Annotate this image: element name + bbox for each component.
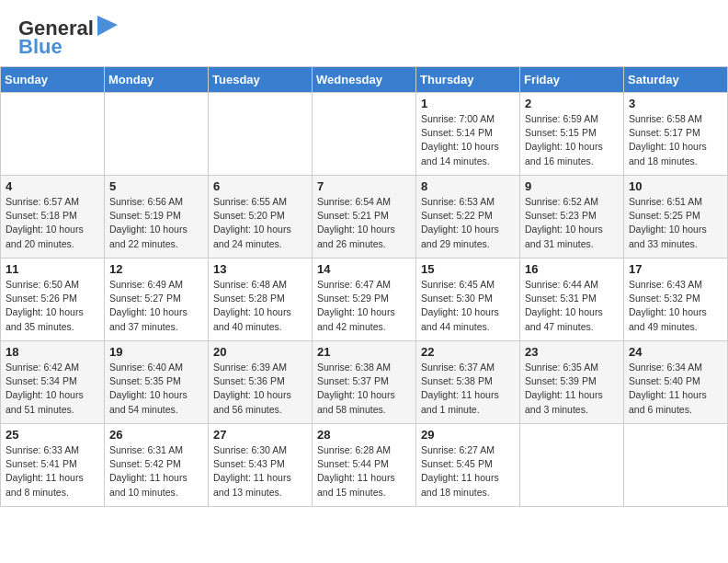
day-number: 29 [421,428,515,442]
calendar-cell: 21Sunrise: 6:38 AM Sunset: 5:37 PM Dayli… [313,341,416,424]
day-number: 4 [6,179,99,193]
day-info: Sunrise: 6:39 AM Sunset: 5:36 PM Dayligh… [213,361,307,417]
calendar-cell: 19Sunrise: 6:40 AM Sunset: 5:35 PM Dayli… [105,341,209,424]
day-number: 7 [317,179,411,193]
day-info: Sunrise: 6:37 AM Sunset: 5:38 PM Dayligh… [421,361,515,417]
day-number: 14 [317,262,411,276]
page-header: General Blue [0,0,728,66]
day-info: Sunrise: 6:42 AM Sunset: 5:34 PM Dayligh… [6,361,99,417]
calendar-cell: 23Sunrise: 6:35 AM Sunset: 5:39 PM Dayli… [520,341,624,424]
calendar-week-row: 11Sunrise: 6:50 AM Sunset: 5:26 PM Dayli… [1,259,728,341]
day-number: 28 [317,428,411,442]
calendar-cell: 13Sunrise: 6:48 AM Sunset: 5:28 PM Dayli… [209,259,313,341]
day-number: 26 [109,428,203,442]
calendar-cell: 15Sunrise: 6:45 AM Sunset: 5:30 PM Dayli… [416,259,520,341]
logo: General Blue [18,17,119,59]
day-info: Sunrise: 6:51 AM Sunset: 5:25 PM Dayligh… [629,195,722,251]
day-number: 1 [421,97,515,110]
calendar-cell: 11Sunrise: 6:50 AM Sunset: 5:26 PM Dayli… [1,259,105,341]
calendar-cell: 20Sunrise: 6:39 AM Sunset: 5:36 PM Dayli… [209,341,313,424]
day-info: Sunrise: 6:52 AM Sunset: 5:23 PM Dayligh… [525,195,619,251]
calendar-cell: 3Sunrise: 6:58 AM Sunset: 5:17 PM Daylig… [624,93,728,176]
calendar-week-row: 1Sunrise: 7:00 AM Sunset: 5:14 PM Daylig… [1,93,728,176]
day-info: Sunrise: 6:38 AM Sunset: 5:37 PM Dayligh… [317,361,411,417]
svg-marker-0 [97,16,118,36]
weekday-header-saturday: Saturday [624,67,728,93]
calendar-cell: 10Sunrise: 6:51 AM Sunset: 5:25 PM Dayli… [624,176,728,259]
day-info: Sunrise: 6:28 AM Sunset: 5:44 PM Dayligh… [317,443,411,500]
calendar-cell: 2Sunrise: 6:59 AM Sunset: 5:15 PM Daylig… [520,93,624,176]
day-number: 23 [525,345,619,359]
weekday-header-wednesday: Wednesday [313,67,416,93]
day-info: Sunrise: 6:33 AM Sunset: 5:41 PM Dayligh… [6,443,99,500]
calendar-cell: 6Sunrise: 6:55 AM Sunset: 5:20 PM Daylig… [209,176,313,259]
day-info: Sunrise: 6:44 AM Sunset: 5:31 PM Dayligh… [525,278,619,334]
calendar-week-row: 18Sunrise: 6:42 AM Sunset: 5:34 PM Dayli… [1,341,728,424]
day-info: Sunrise: 6:45 AM Sunset: 5:30 PM Dayligh… [421,278,515,334]
calendar-cell: 16Sunrise: 6:44 AM Sunset: 5:31 PM Dayli… [520,259,624,341]
day-number: 18 [6,345,99,359]
weekday-header-thursday: Thursday [416,67,520,93]
calendar-cell: 27Sunrise: 6:30 AM Sunset: 5:43 PM Dayli… [209,424,313,507]
calendar-cell: 24Sunrise: 6:34 AM Sunset: 5:40 PM Dayli… [624,341,728,424]
calendar-cell: 9Sunrise: 6:52 AM Sunset: 5:23 PM Daylig… [520,176,624,259]
calendar-cell: 5Sunrise: 6:56 AM Sunset: 5:19 PM Daylig… [105,176,209,259]
day-info: Sunrise: 6:35 AM Sunset: 5:39 PM Dayligh… [525,361,619,417]
weekday-header-friday: Friday [520,67,624,93]
day-number: 3 [629,97,722,110]
day-number: 16 [525,262,619,276]
calendar-cell: 8Sunrise: 6:53 AM Sunset: 5:22 PM Daylig… [416,176,520,259]
calendar-cell: 29Sunrise: 6:27 AM Sunset: 5:45 PM Dayli… [416,424,520,507]
day-number: 11 [6,262,99,276]
calendar-cell: 7Sunrise: 6:54 AM Sunset: 5:21 PM Daylig… [313,176,416,259]
calendar-cell: 26Sunrise: 6:31 AM Sunset: 5:42 PM Dayli… [105,424,209,507]
day-number: 5 [109,179,203,193]
calendar-cell [209,93,313,176]
day-number: 2 [525,97,619,110]
day-info: Sunrise: 6:56 AM Sunset: 5:19 PM Dayligh… [109,195,203,251]
calendar-cell: 25Sunrise: 6:33 AM Sunset: 5:41 PM Dayli… [1,424,105,507]
day-info: Sunrise: 6:57 AM Sunset: 5:18 PM Dayligh… [6,195,99,251]
calendar-table: SundayMondayTuesdayWednesdayThursdayFrid… [0,66,728,507]
day-number: 21 [317,345,411,359]
day-info: Sunrise: 6:43 AM Sunset: 5:32 PM Dayligh… [629,278,722,334]
calendar-cell [1,93,105,176]
day-number: 15 [421,262,515,276]
calendar-week-row: 25Sunrise: 6:33 AM Sunset: 5:41 PM Dayli… [1,424,728,507]
day-info: Sunrise: 6:54 AM Sunset: 5:21 PM Dayligh… [317,195,411,251]
calendar-cell: 28Sunrise: 6:28 AM Sunset: 5:44 PM Dayli… [313,424,416,507]
weekday-header-row: SundayMondayTuesdayWednesdayThursdayFrid… [1,67,728,93]
day-info: Sunrise: 6:27 AM Sunset: 5:45 PM Dayligh… [421,443,515,500]
calendar-cell: 4Sunrise: 6:57 AM Sunset: 5:18 PM Daylig… [1,176,105,259]
day-info: Sunrise: 6:58 AM Sunset: 5:17 PM Dayligh… [629,112,722,168]
weekday-header-monday: Monday [105,67,209,93]
calendar-cell [624,424,728,507]
day-number: 9 [525,179,619,193]
day-info: Sunrise: 6:59 AM Sunset: 5:15 PM Dayligh… [525,112,619,168]
calendar-cell: 12Sunrise: 6:49 AM Sunset: 5:27 PM Dayli… [105,259,209,341]
day-info: Sunrise: 6:47 AM Sunset: 5:29 PM Dayligh… [317,278,411,334]
day-number: 10 [629,179,722,193]
calendar-cell [105,93,209,176]
logo-wordmark: General Blue [18,17,119,59]
day-number: 13 [213,262,307,276]
day-info: Sunrise: 6:48 AM Sunset: 5:28 PM Dayligh… [213,278,307,334]
day-info: Sunrise: 6:30 AM Sunset: 5:43 PM Dayligh… [213,443,307,500]
day-info: Sunrise: 6:55 AM Sunset: 5:20 PM Dayligh… [213,195,307,251]
day-number: 6 [213,179,307,193]
day-number: 27 [213,428,307,442]
day-number: 25 [6,428,99,442]
calendar-cell: 1Sunrise: 7:00 AM Sunset: 5:14 PM Daylig… [416,93,520,176]
logo-triangle-icon [96,14,119,38]
day-info: Sunrise: 6:31 AM Sunset: 5:42 PM Dayligh… [109,443,203,500]
calendar-cell [313,93,416,176]
day-info: Sunrise: 6:53 AM Sunset: 5:22 PM Dayligh… [421,195,515,251]
day-info: Sunrise: 6:34 AM Sunset: 5:40 PM Dayligh… [629,361,722,417]
day-number: 12 [109,262,203,276]
calendar-cell: 17Sunrise: 6:43 AM Sunset: 5:32 PM Dayli… [624,259,728,341]
day-number: 8 [421,179,515,193]
calendar-week-row: 4Sunrise: 6:57 AM Sunset: 5:18 PM Daylig… [1,176,728,259]
weekday-header-sunday: Sunday [1,67,105,93]
calendar-cell: 18Sunrise: 6:42 AM Sunset: 5:34 PM Dayli… [1,341,105,424]
weekday-header-tuesday: Tuesday [209,67,313,93]
